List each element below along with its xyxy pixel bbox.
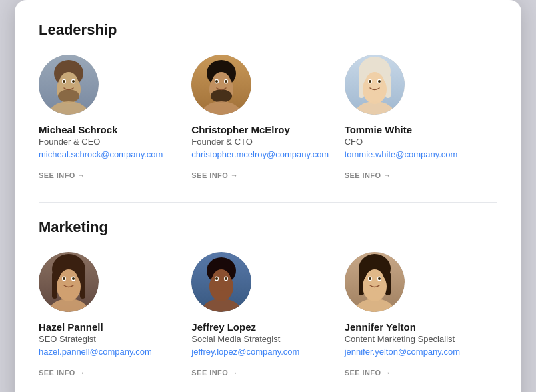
section-leadership: Leadership Micheal SchrockFounder & CEOm… <box>39 21 497 203</box>
svg-point-20 <box>225 80 227 83</box>
svg-point-32 <box>378 80 381 83</box>
person-email-tommie[interactable]: tommie.white@company.com <box>345 149 484 159</box>
person-cell-jennifer: Jennifer YeltonContent Marketing Special… <box>345 252 497 392</box>
avatar-hazel <box>39 252 99 312</box>
svg-point-44 <box>72 277 75 280</box>
person-cell-micheal: Micheal SchrockFounder & CEOmicheal.schr… <box>39 55 191 197</box>
svg-point-5 <box>58 89 79 103</box>
see-info-button-jeffrey[interactable]: SEE INFO → <box>191 369 238 377</box>
person-email-jeffrey[interactable]: jeffrey.lopez@company.com <box>191 347 331 357</box>
see-info-button-hazel[interactable]: SEE INFO → <box>39 369 85 377</box>
avatar-tommie <box>345 55 405 115</box>
avatar-jennifer <box>345 252 405 312</box>
person-title-hazel: SEO Strategist <box>39 334 178 344</box>
people-grid-marketing: Hazel PannellSEO Strategisthazel.pannell… <box>39 252 497 392</box>
person-title-tommie: CFO <box>345 137 484 147</box>
avatar-jeffrey <box>191 252 251 312</box>
person-cell-tommie: Tommie WhiteCFOtommie.white@company.comS… <box>345 55 497 197</box>
svg-point-65 <box>369 277 371 280</box>
person-title-jeffrey: Social Media Strategist <box>191 334 331 344</box>
person-email-christopher[interactable]: christopher.mcelroy@company.com <box>191 149 331 159</box>
svg-point-43 <box>63 277 65 280</box>
svg-point-9 <box>72 80 75 83</box>
see-info-button-jennifer[interactable]: SEE INFO → <box>345 369 391 377</box>
person-email-micheal[interactable]: micheal.schrock@company.com <box>39 149 178 159</box>
svg-point-8 <box>63 80 65 83</box>
person-name-christopher: Christopher McElroy <box>191 124 331 135</box>
person-title-christopher: Founder & CTO <box>191 137 331 147</box>
person-name-tommie: Tommie White <box>345 124 484 135</box>
svg-point-54 <box>225 277 227 280</box>
person-email-jennifer[interactable]: jennifer.yelton@company.com <box>345 347 484 357</box>
svg-rect-38 <box>80 272 85 299</box>
main-card: Leadership Micheal SchrockFounder & CEOm… <box>15 0 521 392</box>
see-info-button-christopher[interactable]: SEE INFO → <box>191 171 238 179</box>
section-title-leadership: Leadership <box>39 21 497 39</box>
person-name-micheal: Micheal Schrock <box>39 124 178 135</box>
person-cell-christopher: Christopher McElroyFounder & CTOchristop… <box>191 55 344 197</box>
person-title-jennifer: Content Marketing Specialist <box>345 334 484 344</box>
svg-rect-37 <box>52 272 57 299</box>
svg-point-66 <box>378 277 381 280</box>
person-name-jennifer: Jennifer Yelton <box>345 321 484 333</box>
person-email-hazel[interactable]: hazel.pannell@company.com <box>39 347 178 357</box>
svg-point-31 <box>369 80 371 83</box>
svg-point-19 <box>215 80 218 83</box>
avatar-christopher <box>191 55 251 115</box>
svg-point-16 <box>211 89 232 103</box>
see-info-button-tommie[interactable]: SEE INFO → <box>345 171 391 179</box>
person-name-jeffrey: Jeffrey Lopez <box>191 321 331 333</box>
svg-point-53 <box>215 277 218 280</box>
person-cell-hazel: Hazel PannellSEO Strategisthazel.pannell… <box>39 252 191 392</box>
person-title-micheal: Founder & CEO <box>39 137 178 147</box>
section-marketing: Marketing Hazel PannellSEO Strategisth <box>39 219 497 392</box>
section-title-marketing: Marketing <box>39 219 497 236</box>
people-grid-leadership: Micheal SchrockFounder & CEOmicheal.schr… <box>39 55 497 197</box>
see-info-button-micheal[interactable]: SEE INFO → <box>39 171 85 179</box>
avatar-micheal <box>39 55 99 115</box>
person-name-hazel: Hazel Pannell <box>39 321 178 333</box>
person-cell-jeffrey: Jeffrey LopezSocial Media Strategistjeff… <box>191 252 344 392</box>
section-divider <box>39 202 497 203</box>
